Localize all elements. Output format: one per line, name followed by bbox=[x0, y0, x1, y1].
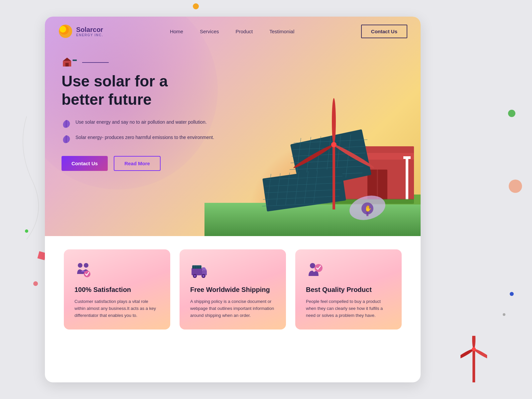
nav-product[interactable]: Product bbox=[235, 29, 253, 34]
nav-links: Home Services Product Testimonial bbox=[170, 29, 294, 34]
bg-circle-white bbox=[503, 313, 505, 316]
card-satisfaction: 100% Satisfaction Customer satisfaction … bbox=[64, 249, 170, 330]
svg-point-63 bbox=[202, 275, 204, 277]
svg-point-39 bbox=[332, 98, 336, 145]
svg-point-61 bbox=[194, 275, 196, 277]
logo-area: Solarcor ENERGY INC. bbox=[58, 24, 103, 39]
card-quality: Best Quality Product People feel compell… bbox=[295, 249, 402, 330]
card-desc-1: Customer satisfaction plays a vital role… bbox=[74, 298, 160, 319]
card-shipping: Free Worldwide Shipping A shipping polic… bbox=[180, 249, 286, 330]
nav-testimonial[interactable]: Testimonial bbox=[269, 29, 294, 34]
card-title-1: 100% Satisfaction bbox=[74, 286, 160, 294]
bg-circle-coral bbox=[509, 180, 522, 193]
bg-circle-green2 bbox=[25, 229, 28, 233]
logo-icon bbox=[58, 24, 73, 39]
svg-rect-57 bbox=[192, 268, 202, 275]
bg-circle-green bbox=[508, 110, 515, 117]
hero-feature-item-2: Solar energy- produces zero harmful emis… bbox=[62, 134, 228, 144]
feature-text-1: Use solar energy and say no to air pollu… bbox=[75, 119, 207, 126]
svg-rect-38 bbox=[332, 143, 335, 209]
svg-point-75 bbox=[472, 347, 476, 351]
hero-contact-button[interactable]: Contact Us bbox=[62, 156, 108, 171]
card-title-2: Free Worldwide Shipping bbox=[190, 286, 275, 294]
leaf-icon-2 bbox=[62, 135, 71, 144]
svg-marker-51 bbox=[63, 58, 71, 61]
bg-circle-pink bbox=[33, 281, 38, 286]
logo-name: Solarcor bbox=[76, 26, 103, 33]
svg-point-54 bbox=[78, 263, 82, 268]
hero-icon-bar bbox=[62, 57, 228, 68]
svg-rect-53 bbox=[72, 60, 77, 61]
svg-rect-2 bbox=[204, 203, 421, 236]
hero-icon-line bbox=[82, 62, 109, 63]
card-desc-3: People feel compelled to buy a product w… bbox=[306, 298, 391, 319]
hero-barn-icon bbox=[62, 57, 78, 68]
svg-point-49 bbox=[60, 26, 66, 33]
nav-services[interactable]: Services bbox=[200, 29, 219, 34]
svg-rect-8 bbox=[406, 156, 408, 200]
bg-circle-top bbox=[193, 3, 199, 9]
quality-icon bbox=[306, 261, 323, 279]
nav-contact-button[interactable]: Contact Us bbox=[361, 25, 407, 38]
card-desc-2: A shipping policy is a concise document … bbox=[190, 298, 275, 319]
hero-illustration: ✋ bbox=[204, 43, 421, 236]
cards-section: 100% Satisfaction Customer satisfaction … bbox=[45, 236, 421, 343]
svg-rect-52 bbox=[66, 63, 69, 66]
bg-circle-blue bbox=[510, 292, 514, 296]
svg-point-56 bbox=[84, 271, 90, 277]
main-card: ✋ Solarcor ENERGY INC. Home bbox=[45, 17, 421, 382]
hero-title: Use solar for a better future bbox=[62, 72, 228, 109]
hero-features: Use solar energy and say no to air pollu… bbox=[62, 119, 228, 144]
svg-text:✋: ✋ bbox=[364, 205, 372, 212]
logo-subtitle: ENERGY INC. bbox=[76, 33, 103, 37]
svg-marker-59 bbox=[202, 267, 207, 270]
shipping-icon bbox=[190, 261, 207, 279]
svg-point-42 bbox=[331, 142, 336, 147]
nav-home[interactable]: Home bbox=[170, 29, 183, 34]
svg-rect-9 bbox=[403, 156, 411, 159]
satisfaction-icon bbox=[74, 261, 92, 279]
turbine-overlay bbox=[461, 336, 487, 382]
card-title-3: Best Quality Product bbox=[306, 286, 391, 294]
hero-content: Use solar for a better future Use solar … bbox=[62, 57, 228, 171]
hero-feature-item-1: Use solar energy and say no to air pollu… bbox=[62, 119, 228, 129]
hero-read-more-button[interactable]: Read More bbox=[114, 156, 161, 171]
leaf-icon-1 bbox=[62, 119, 71, 129]
hero-buttons: Contact Us Read More bbox=[62, 156, 228, 171]
hero-section: ✋ Solarcor ENERGY INC. Home bbox=[45, 17, 421, 236]
svg-point-69 bbox=[310, 263, 315, 268]
svg-point-55 bbox=[84, 263, 88, 268]
svg-rect-71 bbox=[472, 349, 475, 382]
navbar: Solarcor ENERGY INC. Home Services Produ… bbox=[45, 17, 421, 46]
feature-text-2: Solar energy- produces zero harmful emis… bbox=[75, 134, 214, 141]
